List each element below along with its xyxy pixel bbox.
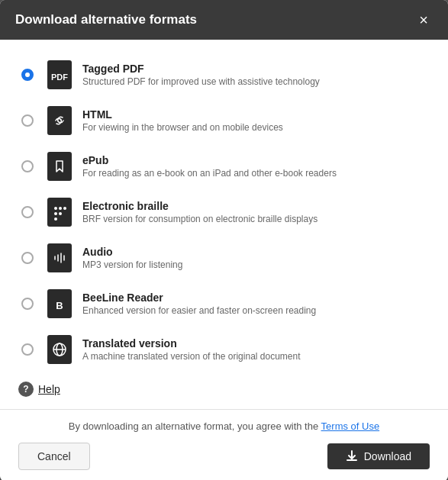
format-item-tagged-pdf[interactable]: PDF Tagged PDFStructured PDF for improve… — [18, 52, 430, 98]
dialog-footer: By downloading an alternative format, yo… — [0, 409, 448, 480]
format-desc-audio: MP3 version for listening — [82, 259, 430, 270]
format-item-audio[interactable]: AudioMP3 version for listening — [18, 235, 430, 281]
svg-rect-4 — [47, 198, 72, 227]
icon-html — [46, 105, 73, 136]
format-info-html: HTMLFor viewing in the browser and on mo… — [82, 108, 430, 133]
format-info-braille: Electronic brailleBRF version for consum… — [82, 200, 430, 224]
format-item-translated[interactable]: Translated versionA machine translated v… — [18, 327, 430, 372]
radio-html[interactable] — [21, 114, 34, 127]
format-item-epub[interactable]: ePubFor reading as an e-book on an iPad … — [18, 143, 430, 189]
dialog-title: Download alternative formats — [15, 12, 197, 27]
format-desc-epub: For reading as an e-book on an iPad and … — [82, 168, 430, 179]
icon-translated — [46, 334, 73, 365]
radio-beeline[interactable] — [21, 298, 34, 310]
format-name-translated: Translated version — [82, 337, 430, 350]
format-info-beeline: BeeLine ReaderEnhanced version for easie… — [82, 292, 430, 316]
radio-wrap — [18, 114, 37, 127]
svg-point-6 — [54, 212, 57, 215]
format-name-epub: ePub — [82, 154, 430, 166]
svg-rect-2 — [47, 106, 72, 135]
format-item-braille[interactable]: Electronic brailleBRF version for consum… — [18, 189, 430, 235]
svg-point-8 — [59, 207, 62, 210]
format-item-html[interactable]: HTMLFor viewing in the browser and on mo… — [18, 98, 430, 143]
cancel-button[interactable]: Cancel — [18, 443, 90, 470]
help-link[interactable]: Help — [38, 383, 60, 395]
format-desc-beeline: Enhanced version for easier and faster o… — [82, 305, 430, 316]
radio-wrap — [18, 160, 37, 172]
terms-link[interactable]: Terms of Use — [321, 420, 380, 432]
format-desc-braille: BRF version for consumption on electroni… — [82, 214, 430, 224]
close-button[interactable]: × — [414, 11, 433, 29]
format-desc-translated: A machine translated version of the orig… — [82, 351, 430, 362]
radio-translated[interactable] — [21, 343, 34, 356]
svg-rect-11 — [47, 243, 72, 272]
format-item-beeline[interactable]: B BeeLine ReaderEnhanced version for eas… — [18, 281, 430, 327]
terms-text: By downloading an alternative format, yo… — [18, 420, 430, 432]
format-desc-tagged-pdf: Structured PDF for improved use with ass… — [82, 76, 430, 87]
help-section: ? Help — [18, 372, 430, 403]
dialog-body: PDF Tagged PDFStructured PDF for improve… — [0, 40, 448, 409]
format-info-audio: AudioMP3 version for listening — [82, 246, 430, 270]
format-info-tagged-pdf: Tagged PDFStructured PDF for improved us… — [82, 63, 430, 87]
svg-point-5 — [54, 207, 57, 210]
radio-epub[interactable] — [21, 160, 34, 172]
radio-wrap — [18, 69, 37, 81]
format-info-epub: ePubFor reading as an e-book on an iPad … — [82, 154, 430, 179]
svg-text:B: B — [56, 300, 63, 311]
format-info-translated: Translated versionA machine translated v… — [82, 337, 430, 362]
icon-epub — [46, 151, 73, 182]
download-icon — [346, 450, 358, 462]
icon-audio — [46, 243, 73, 273]
svg-rect-3 — [47, 152, 72, 181]
radio-wrap — [18, 298, 37, 310]
radio-wrap — [18, 252, 37, 264]
radio-audio[interactable] — [21, 252, 34, 264]
format-name-beeline: BeeLine Reader — [82, 292, 430, 304]
footer-buttons: Cancel Download — [18, 443, 430, 470]
format-desc-html: For viewing in the browser and on mobile… — [82, 122, 430, 133]
format-name-braille: Electronic braille — [82, 200, 430, 212]
icon-tagged-pdf: PDF — [46, 60, 73, 90]
svg-point-7 — [54, 217, 57, 221]
format-name-audio: Audio — [82, 246, 430, 258]
format-name-tagged-pdf: Tagged PDF — [82, 63, 430, 75]
format-list: PDF Tagged PDFStructured PDF for improve… — [18, 52, 430, 372]
radio-wrap — [18, 343, 37, 356]
svg-text:PDF: PDF — [51, 72, 68, 82]
download-dialog: Download alternative formats × PDF Tagge… — [0, 0, 448, 480]
icon-braille — [46, 197, 73, 227]
dialog-header: Download alternative formats × — [0, 0, 448, 40]
icon-beeline: B — [46, 288, 73, 319]
help-icon: ? — [18, 382, 34, 397]
svg-point-10 — [63, 207, 66, 210]
radio-tagged-pdf[interactable] — [21, 69, 34, 81]
radio-wrap — [18, 206, 37, 218]
download-button[interactable]: Download — [327, 443, 430, 469]
radio-braille[interactable] — [21, 206, 34, 218]
svg-point-9 — [59, 212, 62, 215]
format-name-html: HTML — [82, 108, 430, 121]
